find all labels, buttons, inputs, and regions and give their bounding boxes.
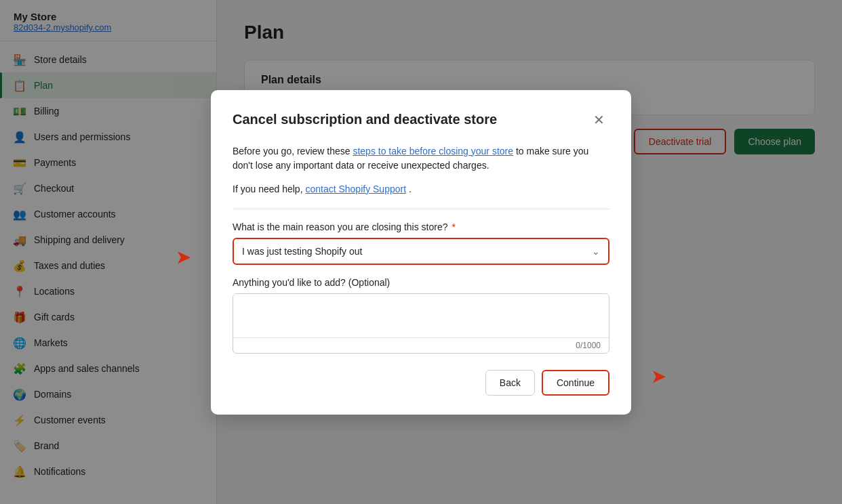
steps-link[interactable]: steps to take before closing your store xyxy=(353,146,513,156)
support-link[interactable]: contact Shopify Support xyxy=(305,184,406,194)
intro-text: Before you go, review these xyxy=(233,146,350,156)
reason-label: What is the main reason you are closing … xyxy=(233,222,609,232)
cancel-subscription-modal: ➤ ➤ Cancel subscription and deactivate s… xyxy=(211,90,631,415)
modal-header: Cancel subscription and deactivate store… xyxy=(233,109,609,131)
back-button[interactable]: Back xyxy=(485,370,535,396)
modal-help-paragraph: If you need help, contact Shopify Suppor… xyxy=(233,182,609,196)
modal-footer: Back Continue xyxy=(233,370,609,396)
additional-info-textarea[interactable] xyxy=(233,294,609,335)
help-text2: . xyxy=(409,184,412,194)
modal-divider xyxy=(233,209,609,209)
modal-close-button[interactable]: ✕ xyxy=(588,109,609,131)
modal-title: Cancel subscription and deactivate store xyxy=(233,112,497,127)
continue-button[interactable]: Continue xyxy=(542,370,609,396)
reason-select-wrapper: I was just testing Shopify outI'm closin… xyxy=(233,238,609,265)
help-text: If you need help, xyxy=(233,184,303,194)
right-arrow-indicator: ➤ xyxy=(651,365,666,387)
optional-label: Anything you'd like to add? (Optional) xyxy=(233,277,609,288)
textarea-counter: 0/1000 xyxy=(233,337,609,353)
modal-intro-paragraph: Before you go, review these steps to tak… xyxy=(233,144,609,173)
reason-select[interactable]: I was just testing Shopify outI'm closin… xyxy=(234,239,608,264)
left-arrow-indicator: ➤ xyxy=(176,246,191,268)
modal-overlay: ➤ ➤ Cancel subscription and deactivate s… xyxy=(0,0,842,504)
required-star: * xyxy=(452,222,455,232)
additional-info-wrapper: 0/1000 xyxy=(233,293,609,354)
modal-body: Before you go, review these steps to tak… xyxy=(233,144,609,354)
